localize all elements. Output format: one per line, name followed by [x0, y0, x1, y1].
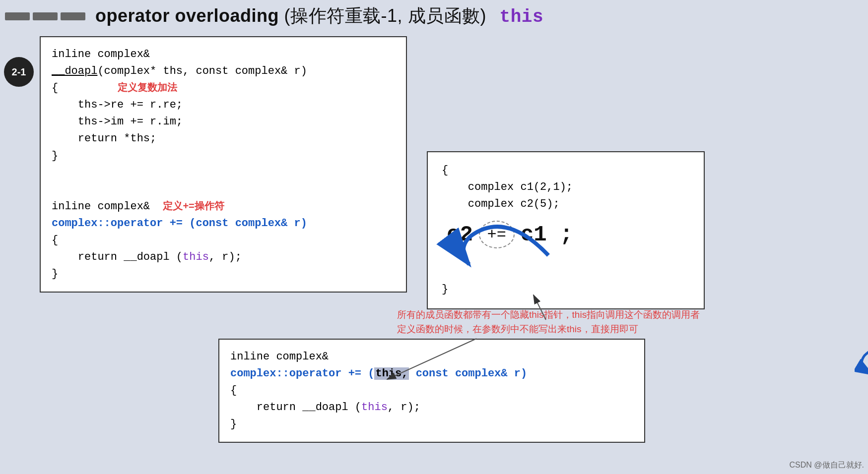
code-box-bottom: inline complex& complex::operator += (th… — [218, 339, 645, 443]
page-title: operator overloading (操作符重载-1, 成员函數) thi… — [95, 4, 543, 28]
bottom-line-3: { — [230, 382, 633, 399]
code-line-7: } — [52, 148, 395, 165]
expr-c1: c1 ; — [521, 218, 573, 251]
code-line-6: return *ths; — [52, 130, 395, 147]
doapl-underline: __doapl — [52, 65, 97, 77]
expression-display: c2 += c1 ; — [447, 218, 690, 251]
annotation-line1: 所有的成员函数都带有一个隐藏this指针，this指向调用这个函数的调用者 — [397, 309, 700, 320]
right-line-2: complex c1(2,1); — [442, 179, 690, 196]
code-line-9: complex::operator += (const complex& r) — [52, 215, 395, 232]
code-line-2: __doapl(complex* ths, const complex& r) — [52, 63, 395, 80]
right-line-4: } — [442, 281, 690, 298]
bottom-operator-line-rest: const complex& r) — [409, 367, 527, 380]
header-icons — [5, 12, 85, 20]
title-this: this — [500, 7, 543, 27]
this-highlight: this, — [374, 367, 409, 380]
code-line-5: ths->im += r.im; — [52, 114, 395, 130]
right-line-3: complex c2(5); — [442, 196, 690, 213]
right-line-1: { — [442, 162, 690, 179]
main-content: 2-1 inline complex& __doapl(complex* ths… — [0, 32, 868, 473]
code-line-11: return __doapl (this, r); — [52, 249, 395, 266]
badge-2-1: 2-1 — [4, 57, 34, 87]
bottom-line-5: } — [230, 416, 633, 433]
code-line-1: inline complex& — [52, 46, 395, 63]
expr-op: += — [479, 221, 515, 248]
bottom-operator-line: complex::operator += ( — [230, 367, 374, 380]
title-en: operator overloading — [95, 5, 279, 26]
expr-c2: c2 — [447, 218, 473, 251]
code-box-left: inline complex& __doapl(complex* ths, co… — [40, 36, 407, 293]
code-line-blank1 — [52, 165, 395, 181]
this-keyword-left: this — [183, 251, 209, 263]
code-line-blank2 — [52, 181, 395, 198]
bottom-line-2: complex::operator += (this, const comple… — [230, 365, 633, 382]
watermark: CSDN @做自己就好. — [790, 460, 864, 471]
code-line-3: {定义复数加法 — [52, 80, 395, 97]
annotation-define-complex-add: 定义复数加法 — [118, 82, 177, 93]
code-line-12: } — [52, 266, 395, 283]
blue-arrow-svg — [855, 346, 868, 380]
annotation-line2: 定义函数的时候，在参数列中不能写出来this，直接用即可 — [397, 324, 638, 334]
code-line-4: ths->re += r.re; — [52, 97, 395, 114]
this-keyword-bottom: this — [361, 401, 388, 414]
header: operator overloading (操作符重载-1, 成员函數) thi… — [0, 0, 868, 32]
code-line-8: inline complex& 定义+=操作符 — [52, 198, 395, 215]
annotation-define-plus-eq: 定义+=操作符 — [163, 200, 224, 211]
icon-bar-2 — [33, 12, 58, 20]
icon-bar-1 — [5, 12, 30, 20]
annotation-this-block: 所有的成员函数都带有一个隐藏this指针，this指向调用这个函数的调用者 定义… — [397, 308, 700, 336]
icon-bar-3 — [61, 12, 85, 20]
code-line-10: { — [52, 232, 395, 249]
title-cn: (操作符重载-1, 成员函數) — [284, 5, 487, 26]
bottom-line-1: inline complex& — [230, 349, 633, 365]
code-box-right: { complex c1(2,1); complex c2(5); c2 += … — [427, 151, 705, 309]
bottom-line-4: return __doapl (this, r); — [230, 399, 633, 416]
